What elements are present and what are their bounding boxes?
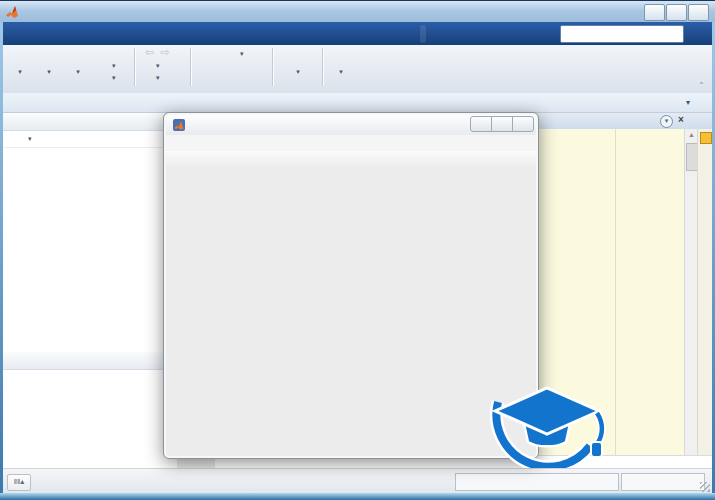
address-bar: ▾ xyxy=(0,93,715,113)
file-generic-icon xyxy=(9,133,21,145)
sort-caret-icon: ▾ xyxy=(28,137,32,141)
editor-marker-lane xyxy=(697,129,712,455)
figure-restore-button[interactable] xyxy=(491,116,513,132)
save-icon xyxy=(67,46,89,66)
status-row-col xyxy=(621,473,705,491)
breadcrumb-dropdown-icon[interactable]: ▾ xyxy=(682,98,694,107)
back-icon[interactable] xyxy=(6,95,21,110)
find-button[interactable]: ▾ xyxy=(138,71,160,84)
up-folder-icon[interactable] xyxy=(40,95,55,110)
status-left-button[interactable]: ‖‖▴ xyxy=(7,474,31,491)
doc-search-box xyxy=(560,25,684,43)
breakpoints-button[interactable]: ▾ xyxy=(284,46,312,76)
figure-window xyxy=(163,112,539,459)
run-section-icon xyxy=(398,49,411,62)
address-search-icon[interactable] xyxy=(694,95,709,110)
minimize-button[interactable] xyxy=(644,4,665,21)
ribbon-group-edit: ▾ xyxy=(192,45,272,93)
editor-tab-dropdown-icon[interactable]: ▾ xyxy=(660,115,673,128)
close-button[interactable] xyxy=(688,4,709,21)
editor-tab-close-icon[interactable]: × xyxy=(678,114,684,125)
figure-logo-icon xyxy=(172,119,185,132)
figure-menu-bar xyxy=(166,135,536,152)
mfile-icon xyxy=(9,150,22,163)
figure-plots xyxy=(166,170,536,456)
editor-scrollbar[interactable]: ▲ xyxy=(684,129,698,455)
run-advance-icon xyxy=(365,46,387,64)
file-row[interactable] xyxy=(3,148,166,164)
figure-minimize-button[interactable] xyxy=(470,116,492,132)
name-column-header[interactable]: ▾ xyxy=(3,131,166,148)
run-section-button[interactable] xyxy=(398,49,413,62)
window-bottom-edge xyxy=(0,493,715,500)
open-icon xyxy=(38,46,60,66)
run-advance-button[interactable] xyxy=(358,46,394,63)
figure-window-controls xyxy=(471,116,534,132)
window-controls xyxy=(643,4,709,21)
matlab-logo-icon xyxy=(5,5,19,19)
advance-button[interactable] xyxy=(398,65,413,78)
forward-icon[interactable] xyxy=(23,95,38,110)
run-button[interactable]: ▾ xyxy=(326,46,356,76)
collapse-ribbon-icon[interactable]: ⌃ xyxy=(698,81,705,90)
current-folder-panel: ▾ xyxy=(3,113,167,468)
forward-disabled-icon: ⇨ xyxy=(160,46,169,59)
breakpoints-icon xyxy=(287,46,309,66)
current-folder-header xyxy=(3,113,166,131)
status-bar: ‖‖▴ xyxy=(3,468,712,494)
ribbon-group-nav: ⇦ ⇨ ▾ ▾ xyxy=(136,45,190,93)
resize-grip[interactable] xyxy=(700,482,710,492)
advance-icon xyxy=(398,65,411,78)
status-empty-cell xyxy=(455,473,619,491)
save-button[interactable]: ▾ xyxy=(64,46,92,76)
editor-message-indicator[interactable] xyxy=(700,132,712,144)
new-icon xyxy=(9,46,31,66)
ribbon-group-file: ▾ ▾ ▾ ▾ xyxy=(4,45,134,93)
matlab-window: ▾ ▾ ▾ ▾ xyxy=(0,0,715,500)
indent-right-icon[interactable] xyxy=(210,71,223,84)
smart-indent-icon[interactable] xyxy=(195,71,208,84)
quick-access-toolbar xyxy=(420,25,426,43)
ribbon-group-breakpoints: ▾ xyxy=(274,45,322,93)
figure-canvas xyxy=(166,170,536,456)
run-time-icon xyxy=(444,46,466,64)
doc-search-input[interactable] xyxy=(561,28,704,40)
back-disabled-icon: ⇦ xyxy=(145,46,154,59)
details-header xyxy=(3,352,166,370)
editor-column-guide xyxy=(615,129,616,455)
ribbon: ▾ ▾ ▾ ▾ xyxy=(0,45,715,94)
run-icon xyxy=(330,46,352,66)
title-bar xyxy=(0,0,715,23)
run-time-button[interactable] xyxy=(438,46,472,63)
ribbon-group-run: ▾ xyxy=(324,45,474,93)
print-button[interactable]: ▾ xyxy=(94,71,116,84)
indent-left-icon[interactable] xyxy=(225,71,238,84)
new-button[interactable]: ▾ xyxy=(6,46,34,76)
browse-folder-icon[interactable] xyxy=(57,95,72,110)
open-button[interactable]: ▾ xyxy=(35,46,63,76)
figure-close-button[interactable] xyxy=(512,116,534,132)
figure-toolbar xyxy=(166,151,536,171)
print-icon xyxy=(94,71,107,84)
indent-row[interactable] xyxy=(195,71,240,84)
maximize-button[interactable] xyxy=(666,4,687,21)
find-icon xyxy=(138,71,151,84)
